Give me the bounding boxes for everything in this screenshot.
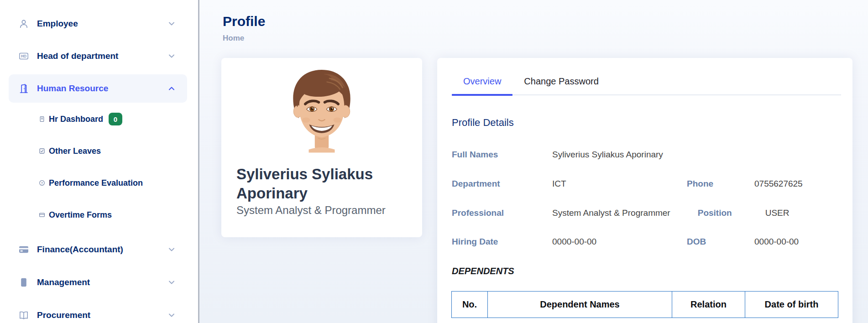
- overview-card: Overview Change Password Profile Details…: [437, 58, 852, 323]
- app-root: Employee HD Head of department: [0, 0, 868, 323]
- file-icon: [39, 116, 45, 122]
- chevron-down-icon: [167, 245, 176, 254]
- sidebar: Employee HD Head of department: [0, 0, 198, 323]
- sidebar-subitem-overtime-forms[interactable]: Overtime Forms: [0, 203, 198, 226]
- chevron-down-icon: [167, 278, 176, 287]
- sidebar-item-label: Procurement: [37, 310, 167, 320]
- profile-details: Full Names Syliverius Syliakus Aporinary…: [452, 150, 841, 247]
- credit-card-icon: [18, 244, 29, 255]
- profile-card: Syliverius Syliakus Aporinary System Ana…: [221, 58, 422, 237]
- sidebar-item-finance-accountant[interactable]: Finance(Accountant): [9, 235, 187, 264]
- cards-row: Syliverius Syliakus Aporinary System Ana…: [221, 58, 868, 323]
- tab-overview[interactable]: Overview: [452, 76, 512, 94]
- profile-role: System Analyst & Programmer: [236, 204, 407, 217]
- door-open-icon: [18, 83, 29, 94]
- svg-text:?: ?: [41, 182, 43, 185]
- sidebar-item-human-resource[interactable]: Human Resource: [9, 74, 187, 103]
- detail-row-hiring-date-dob: Hiring Date 0000-00-00 DOB 0000-00-00: [452, 237, 841, 247]
- chevron-down-icon: [167, 19, 176, 28]
- detail-row-professional-position: Professional System Analyst & Programmer…: [452, 208, 841, 219]
- checkbox-check-icon: [39, 148, 45, 154]
- count-badge: 0: [109, 113, 122, 125]
- detail-value: ICT: [552, 179, 687, 189]
- profile-name: Syliverius Syliakus Aporinary: [236, 165, 407, 203]
- profile-details-heading: Profile Details: [452, 117, 841, 129]
- detail-label: Professional: [452, 208, 552, 219]
- sidebar-subitem-performance-evaluation[interactable]: ? Performance Evaluation: [0, 172, 198, 194]
- sidebar-item-label: Management: [37, 277, 167, 287]
- sidebar-subitem-hr-dashboard[interactable]: Hr Dashboard 0: [0, 108, 198, 130]
- table-header-no: No.: [452, 292, 488, 318]
- journal-icon: [18, 277, 29, 288]
- question-circle-icon: ?: [39, 180, 45, 186]
- tabs: Overview Change Password: [452, 58, 841, 95]
- table-header-date-of-birth: Date of birth: [745, 292, 838, 318]
- detail-value: USER: [765, 208, 790, 219]
- chevron-up-icon: [167, 84, 176, 93]
- person-icon: [18, 18, 29, 29]
- breadcrumb[interactable]: Home: [223, 34, 868, 43]
- detail-label: Phone: [687, 179, 754, 189]
- detail-label: Full Names: [452, 150, 552, 160]
- card-lines-icon: [39, 212, 45, 218]
- sidebar-item-head-of-department[interactable]: HD Head of department: [9, 42, 187, 70]
- hd-badge-icon: HD: [18, 51, 29, 62]
- sidebar-subitem-label: Overtime Forms: [49, 210, 112, 220]
- dependents-table: No. Dependent Names Relation Date of bir…: [451, 291, 838, 318]
- sidebar-subitem-label: Performance Evaluation: [49, 178, 143, 188]
- table-header-row: No. Dependent Names Relation Date of bir…: [452, 292, 838, 318]
- detail-row-department-phone: Department ICT Phone 0755627625: [452, 179, 841, 189]
- detail-row-full-names: Full Names Syliverius Syliakus Aporinary: [452, 150, 841, 160]
- sidebar-item-label: Head of department: [37, 51, 167, 61]
- main-content: Profile Home: [199, 0, 868, 323]
- dependents-heading: DEPENDENTS: [452, 266, 841, 276]
- sidebar-item-label: Finance(Accountant): [37, 245, 167, 255]
- detail-label: Department: [452, 179, 552, 189]
- table-header-dependent-names: Dependent Names: [488, 292, 672, 318]
- detail-label: DOB: [687, 237, 754, 247]
- sidebar-subitem-label: Hr Dashboard: [49, 115, 103, 124]
- tab-change-password[interactable]: Change Password: [512, 76, 610, 94]
- sidebar-subitem-other-leaves[interactable]: Other Leaves: [0, 140, 198, 162]
- sidebar-item-management[interactable]: Management: [9, 268, 187, 297]
- table-header-relation: Relation: [672, 292, 745, 318]
- detail-value: System Analyst & Programmer: [552, 208, 698, 219]
- sidebar-item-employee[interactable]: Employee: [9, 10, 187, 38]
- detail-value: 0000-00-00: [552, 237, 687, 247]
- svg-text:HD: HD: [21, 54, 26, 58]
- sidebar-item-procurement[interactable]: Procurement: [9, 301, 187, 323]
- detail-label: Hiring Date: [452, 237, 552, 247]
- human-resource-submenu: Hr Dashboard 0 Other Leaves ?: [0, 108, 198, 226]
- chevron-down-icon: [167, 52, 176, 61]
- detail-value: 0755627625: [754, 179, 803, 189]
- sidebar-item-label: Human Resource: [37, 83, 167, 94]
- sidebar-item-label: Employee: [37, 19, 167, 29]
- chevron-down-icon: [167, 311, 176, 320]
- open-book-icon: [18, 310, 29, 321]
- avatar: [278, 63, 365, 154]
- detail-value: 0000-00-00: [754, 237, 799, 247]
- detail-label: Position: [698, 208, 765, 219]
- sidebar-subitem-label: Other Leaves: [49, 146, 101, 156]
- detail-value: Syliverius Syliakus Aporinary: [552, 150, 690, 160]
- page-title: Profile: [223, 14, 868, 29]
